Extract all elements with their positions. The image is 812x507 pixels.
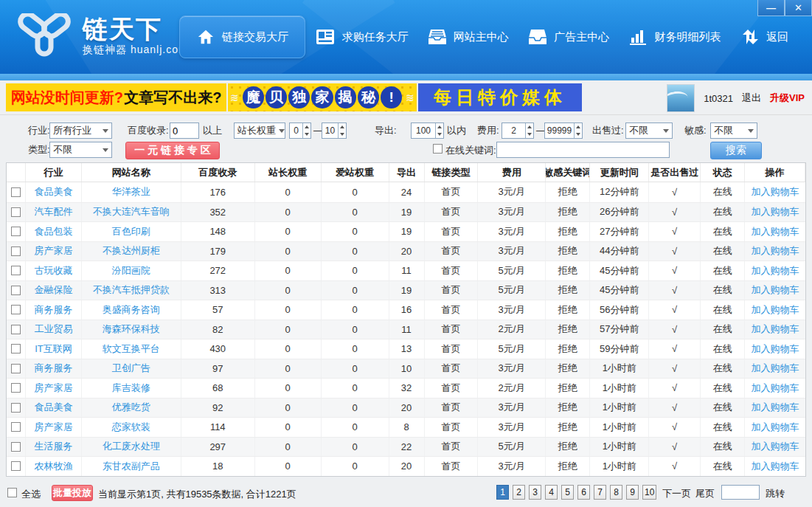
type-select[interactable]: 不限 — [49, 142, 112, 158]
logout-link[interactable]: 退出 — [742, 92, 761, 105]
nav-item-1[interactable]: 求购任务大厅 — [307, 21, 417, 53]
minimize-button[interactable]: — — [757, 0, 785, 16]
upgrade-vip-link[interactable]: 升级VIP — [770, 92, 805, 105]
row-checkbox[interactable] — [11, 227, 21, 236]
close-button[interactable]: ✕ — [785, 0, 812, 16]
add-to-cart-link[interactable]: 加入购物车 — [745, 203, 805, 222]
add-to-cart-link[interactable]: 加入购物车 — [745, 242, 805, 261]
add-to-cart-link[interactable]: 加入购物车 — [745, 182, 805, 202]
cell-site[interactable]: 汾阳画院 — [82, 261, 181, 280]
jump-button[interactable]: 跳转 — [766, 487, 785, 500]
cell-industry[interactable]: 工业贸易 — [26, 320, 82, 339]
add-to-cart-link[interactable]: 加入购物车 — [745, 379, 805, 398]
cell-site[interactable]: 华洋茶业 — [82, 182, 181, 202]
row-checkbox[interactable] — [11, 266, 21, 275]
nav-item-4[interactable]: 财务明细列表 — [620, 21, 730, 53]
page-button-4[interactable]: 4 — [545, 485, 558, 500]
select-all-checkbox[interactable] — [7, 488, 17, 497]
online-checkbox[interactable] — [433, 144, 443, 154]
cell-site[interactable]: 不换达州厨柜 — [82, 242, 181, 261]
ad-banner-update[interactable]: 网站没时间更新? 文章写不出来? — [6, 83, 226, 111]
jump-page-input[interactable] — [721, 485, 760, 500]
add-to-cart-link[interactable]: 加入购物车 — [745, 457, 805, 476]
add-to-cart-link[interactable]: 加入购物车 — [745, 261, 805, 280]
page-button-5[interactable]: 5 — [561, 485, 574, 500]
page-button-2[interactable]: 2 — [513, 485, 525, 500]
keyword-input[interactable] — [496, 142, 670, 158]
weight-select[interactable]: 站长权重 — [234, 123, 285, 139]
cell-site[interactable]: 卫创广告 — [82, 359, 181, 379]
cell-industry[interactable]: 金融保险 — [26, 281, 82, 300]
add-to-cart-link[interactable]: 加入购物车 — [745, 359, 805, 379]
ad-banner-secret[interactable]: ≋魔贝独家揭秘!≋ — [228, 83, 417, 111]
cell-industry[interactable]: 生活服务 — [26, 438, 82, 457]
cell-industry[interactable]: 房产家居 — [26, 379, 82, 398]
cell-industry[interactable]: 古玩收藏 — [26, 261, 82, 280]
add-to-cart-link[interactable]: 加入购物车 — [745, 339, 805, 359]
sold-select[interactable]: 不限 — [625, 123, 673, 139]
add-to-cart-link[interactable]: 加入购物车 — [745, 399, 805, 418]
cell-site[interactable]: 恋家软装 — [82, 418, 181, 437]
search-button[interactable]: 搜索 — [710, 142, 762, 159]
ad-banner-media[interactable]: 每日特价媒体 — [418, 83, 582, 111]
cell-industry[interactable]: 农林牧渔 — [26, 457, 82, 476]
row-checkbox[interactable] — [11, 207, 21, 217]
cell-industry[interactable]: 食品美食 — [26, 399, 82, 418]
batch-publish-button[interactable]: 批量投放 — [52, 485, 93, 501]
page-button-1[interactable]: 1 — [496, 485, 509, 500]
cell-site[interactable]: 软文互换平台 — [82, 339, 181, 359]
next-page-link[interactable]: 下一页 — [662, 487, 691, 500]
fee-min-spinner[interactable]: 2 — [502, 123, 534, 139]
add-to-cart-link[interactable]: 加入购物车 — [745, 281, 805, 300]
one-yuan-zone-button[interactable]: 一 元 链 接 专 区 — [125, 142, 220, 159]
page-button-3[interactable]: 3 — [529, 485, 541, 500]
export-spinner[interactable]: 100 — [411, 123, 444, 139]
cell-industry[interactable]: 汽车配件 — [26, 203, 82, 222]
cell-site[interactable]: 化工废水处理 — [82, 438, 181, 457]
cell-industry[interactable]: 商务服务 — [26, 300, 82, 320]
nav-item-0[interactable]: 链接交易大厅 — [179, 15, 305, 58]
weight-max-spinner[interactable]: 10 — [322, 123, 347, 139]
add-to-cart-link[interactable]: 加入购物车 — [745, 438, 805, 457]
add-to-cart-link[interactable]: 加入购物车 — [745, 320, 805, 339]
row-checkbox[interactable] — [11, 422, 21, 432]
row-checkbox[interactable] — [11, 461, 21, 471]
row-checkbox[interactable] — [11, 305, 21, 314]
nav-item-5[interactable]: 返回 — [732, 21, 797, 53]
fee-max-spinner[interactable]: 99999 — [544, 123, 583, 139]
row-checkbox[interactable] — [11, 344, 21, 353]
cell-site[interactable]: 优雅吃货 — [82, 399, 181, 418]
add-to-cart-link[interactable]: 加入购物车 — [745, 222, 805, 241]
cell-industry[interactable]: 房产家居 — [26, 242, 82, 261]
add-to-cart-link[interactable]: 加入购物车 — [745, 418, 805, 437]
cell-industry[interactable]: 食品包装 — [26, 222, 82, 241]
page-button-9[interactable]: 9 — [626, 485, 639, 500]
page-button-8[interactable]: 8 — [610, 485, 622, 500]
last-page-link[interactable]: 尾页 — [695, 487, 715, 500]
cell-site[interactable]: 库吉装修 — [82, 379, 181, 398]
row-checkbox[interactable] — [11, 364, 21, 373]
nav-item-2[interactable]: 网站主中心 — [419, 21, 518, 53]
page-button-10[interactable]: 10 — [642, 485, 656, 500]
row-checkbox[interactable] — [11, 403, 21, 413]
cell-site[interactable]: 奥盛商务咨询 — [82, 300, 181, 320]
row-checkbox[interactable] — [11, 187, 21, 197]
cell-site[interactable]: 百色印刷 — [82, 222, 181, 241]
cell-site[interactable]: 不换汽车抵押贷款 — [82, 281, 181, 300]
cell-industry[interactable]: 房产家居 — [26, 418, 82, 437]
row-checkbox[interactable] — [11, 442, 21, 452]
weight-min-spinner[interactable]: 0 — [289, 123, 311, 139]
row-checkbox[interactable] — [11, 286, 21, 295]
row-checkbox[interactable] — [11, 325, 21, 334]
row-checkbox[interactable] — [11, 383, 21, 393]
cell-industry[interactable]: 食品美食 — [26, 182, 82, 202]
nav-item-3[interactable]: 广告主中心 — [519, 21, 618, 53]
industry-select[interactable]: 所有行业 — [49, 123, 112, 139]
cell-industry[interactable]: IT互联网 — [26, 339, 82, 359]
add-to-cart-link[interactable]: 加入购物车 — [745, 300, 805, 320]
page-button-6[interactable]: 6 — [577, 485, 590, 500]
baidu-input[interactable] — [170, 123, 199, 139]
cell-industry[interactable]: 商务服务 — [26, 359, 82, 379]
cell-site[interactable]: 不换大连汽车音响 — [82, 203, 181, 222]
sensitive-select[interactable]: 不限 — [710, 123, 757, 139]
